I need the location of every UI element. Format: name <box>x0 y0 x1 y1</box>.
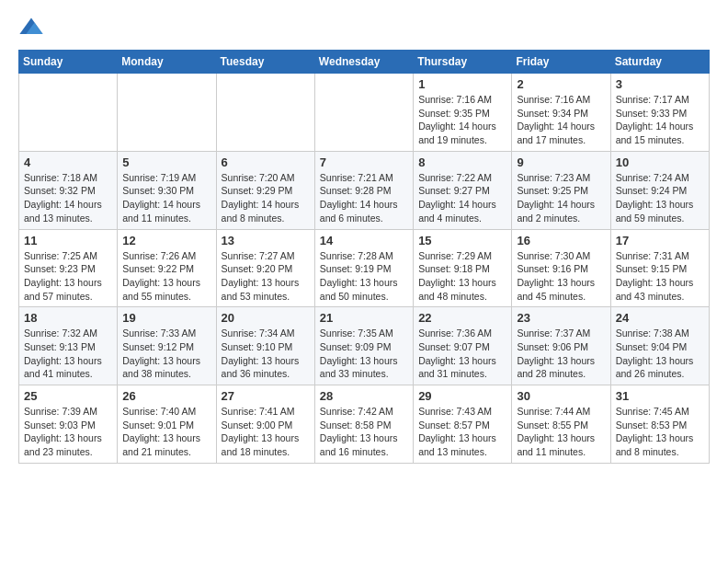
day-number: 17 <box>616 234 704 247</box>
weekday-header-sunday: Sunday <box>19 51 118 74</box>
day-info: Sunrise: 7:45 AMSunset: 8:53 PMDaylight:… <box>616 405 704 459</box>
day-info: Sunrise: 7:29 AMSunset: 9:18 PMDaylight:… <box>418 249 506 304</box>
page-header <box>18 15 710 40</box>
calendar-cell: 21Sunrise: 7:35 AMSunset: 9:09 PMDayligh… <box>314 307 413 385</box>
day-number: 18 <box>24 311 112 325</box>
calendar-cell: 27Sunrise: 7:41 AMSunset: 9:00 PMDayligh… <box>216 385 314 464</box>
calendar-cell: 13Sunrise: 7:27 AMSunset: 9:20 PMDayligh… <box>216 229 314 307</box>
weekday-header-tuesday: Tuesday <box>216 51 314 74</box>
day-info: Sunrise: 7:21 AMSunset: 9:28 PMDaylight:… <box>320 171 408 225</box>
day-info: Sunrise: 7:26 AMSunset: 9:22 PMDaylight:… <box>122 249 210 304</box>
day-info: Sunrise: 7:18 AMSunset: 9:32 PMDaylight:… <box>24 171 112 225</box>
calendar-cell: 17Sunrise: 7:31 AMSunset: 9:15 PMDayligh… <box>610 229 709 307</box>
calendar-cell: 12Sunrise: 7:26 AMSunset: 9:22 PMDayligh… <box>118 229 216 307</box>
day-number: 2 <box>517 77 605 91</box>
calendar-table: SundayMondayTuesdayWednesdayThursdayFrid… <box>18 50 710 464</box>
day-number: 29 <box>418 389 506 403</box>
calendar-cell: 15Sunrise: 7:29 AMSunset: 9:18 PMDayligh… <box>414 229 512 307</box>
calendar-cell: 3Sunrise: 7:17 AMSunset: 9:33 PMDaylight… <box>610 74 709 152</box>
page-container: SundayMondayTuesdayWednesdayThursdayFrid… <box>0 0 728 473</box>
logo-icon <box>18 15 44 40</box>
day-info: Sunrise: 7:41 AMSunset: 9:00 PMDaylight:… <box>222 405 310 459</box>
calendar-week-2: 4Sunrise: 7:18 AMSunset: 9:32 PMDaylight… <box>19 151 710 229</box>
day-info: Sunrise: 7:38 AMSunset: 9:04 PMDaylight:… <box>616 327 704 381</box>
calendar-body: 1Sunrise: 7:16 AMSunset: 9:35 PMDaylight… <box>19 74 710 464</box>
day-number: 14 <box>320 234 408 247</box>
day-info: Sunrise: 7:28 AMSunset: 9:19 PMDaylight:… <box>320 249 408 304</box>
calendar-cell: 24Sunrise: 7:38 AMSunset: 9:04 PMDayligh… <box>610 307 709 385</box>
calendar-header: SundayMondayTuesdayWednesdayThursdayFrid… <box>19 51 710 74</box>
calendar-cell: 7Sunrise: 7:21 AMSunset: 9:28 PMDaylight… <box>314 151 413 229</box>
weekday-header-thursday: Thursday <box>414 51 512 74</box>
day-number: 4 <box>24 155 112 169</box>
day-info: Sunrise: 7:36 AMSunset: 9:07 PMDaylight:… <box>418 327 506 381</box>
day-info: Sunrise: 7:30 AMSunset: 9:16 PMDaylight:… <box>517 249 605 304</box>
calendar-cell: 16Sunrise: 7:30 AMSunset: 9:16 PMDayligh… <box>512 229 610 307</box>
calendar-cell <box>19 74 118 152</box>
calendar-week-1: 1Sunrise: 7:16 AMSunset: 9:35 PMDaylight… <box>19 74 710 152</box>
day-number: 27 <box>222 389 310 403</box>
day-number: 23 <box>517 311 605 325</box>
day-number: 16 <box>517 234 605 247</box>
day-number: 6 <box>222 155 310 169</box>
day-info: Sunrise: 7:27 AMSunset: 9:20 PMDaylight:… <box>222 249 310 304</box>
calendar-cell: 11Sunrise: 7:25 AMSunset: 9:23 PMDayligh… <box>19 229 118 307</box>
day-info: Sunrise: 7:20 AMSunset: 9:29 PMDaylight:… <box>222 171 310 225</box>
weekday-header-monday: Monday <box>118 51 216 74</box>
calendar-cell <box>216 74 314 152</box>
day-number: 10 <box>616 155 704 169</box>
calendar-cell <box>118 74 216 152</box>
calendar-cell: 2Sunrise: 7:16 AMSunset: 9:34 PMDaylight… <box>512 74 610 152</box>
calendar-cell: 14Sunrise: 7:28 AMSunset: 9:19 PMDayligh… <box>314 229 413 307</box>
calendar-cell: 25Sunrise: 7:39 AMSunset: 9:03 PMDayligh… <box>19 385 118 464</box>
day-info: Sunrise: 7:37 AMSunset: 9:06 PMDaylight:… <box>517 327 605 381</box>
weekday-row: SundayMondayTuesdayWednesdayThursdayFrid… <box>19 51 710 74</box>
day-info: Sunrise: 7:42 AMSunset: 8:58 PMDaylight:… <box>320 405 408 459</box>
day-number: 15 <box>418 234 506 247</box>
day-info: Sunrise: 7:35 AMSunset: 9:09 PMDaylight:… <box>320 327 408 381</box>
calendar-cell: 18Sunrise: 7:32 AMSunset: 9:13 PMDayligh… <box>19 307 118 385</box>
calendar-cell: 5Sunrise: 7:19 AMSunset: 9:30 PMDaylight… <box>118 151 216 229</box>
day-info: Sunrise: 7:39 AMSunset: 9:03 PMDaylight:… <box>24 405 112 459</box>
day-number: 7 <box>320 155 408 169</box>
day-number: 24 <box>616 311 704 325</box>
day-number: 21 <box>320 311 408 325</box>
day-info: Sunrise: 7:17 AMSunset: 9:33 PMDaylight:… <box>616 93 704 147</box>
logo <box>18 15 48 40</box>
day-info: Sunrise: 7:31 AMSunset: 9:15 PMDaylight:… <box>616 249 704 304</box>
calendar-cell: 26Sunrise: 7:40 AMSunset: 9:01 PMDayligh… <box>118 385 216 464</box>
calendar-cell <box>314 74 413 152</box>
calendar-cell: 23Sunrise: 7:37 AMSunset: 9:06 PMDayligh… <box>512 307 610 385</box>
calendar-cell: 4Sunrise: 7:18 AMSunset: 9:32 PMDaylight… <box>19 151 118 229</box>
day-number: 28 <box>320 389 408 403</box>
day-number: 11 <box>24 234 112 247</box>
calendar-cell: 20Sunrise: 7:34 AMSunset: 9:10 PMDayligh… <box>216 307 314 385</box>
calendar-cell: 9Sunrise: 7:23 AMSunset: 9:25 PMDaylight… <box>512 151 610 229</box>
day-info: Sunrise: 7:34 AMSunset: 9:10 PMDaylight:… <box>222 327 310 381</box>
calendar-cell: 8Sunrise: 7:22 AMSunset: 9:27 PMDaylight… <box>414 151 512 229</box>
calendar-cell: 6Sunrise: 7:20 AMSunset: 9:29 PMDaylight… <box>216 151 314 229</box>
day-number: 1 <box>418 77 506 91</box>
day-info: Sunrise: 7:23 AMSunset: 9:25 PMDaylight:… <box>517 171 605 225</box>
day-number: 9 <box>517 155 605 169</box>
day-number: 31 <box>616 389 704 403</box>
day-number: 12 <box>122 234 210 247</box>
day-number: 19 <box>122 311 210 325</box>
calendar-cell: 22Sunrise: 7:36 AMSunset: 9:07 PMDayligh… <box>414 307 512 385</box>
day-number: 20 <box>222 311 310 325</box>
day-info: Sunrise: 7:43 AMSunset: 8:57 PMDaylight:… <box>418 405 506 459</box>
day-info: Sunrise: 7:16 AMSunset: 9:35 PMDaylight:… <box>418 93 506 147</box>
day-number: 26 <box>122 389 210 403</box>
day-info: Sunrise: 7:44 AMSunset: 8:55 PMDaylight:… <box>517 405 605 459</box>
calendar-week-4: 18Sunrise: 7:32 AMSunset: 9:13 PMDayligh… <box>19 307 710 385</box>
calendar-cell: 10Sunrise: 7:24 AMSunset: 9:24 PMDayligh… <box>610 151 709 229</box>
day-number: 3 <box>616 77 704 91</box>
weekday-header-saturday: Saturday <box>610 51 709 74</box>
calendar-cell: 1Sunrise: 7:16 AMSunset: 9:35 PMDaylight… <box>414 74 512 152</box>
calendar-week-3: 11Sunrise: 7:25 AMSunset: 9:23 PMDayligh… <box>19 229 710 307</box>
day-number: 25 <box>24 389 112 403</box>
weekday-header-wednesday: Wednesday <box>314 51 413 74</box>
day-number: 5 <box>122 155 210 169</box>
calendar-cell: 31Sunrise: 7:45 AMSunset: 8:53 PMDayligh… <box>610 385 709 464</box>
day-number: 22 <box>418 311 506 325</box>
